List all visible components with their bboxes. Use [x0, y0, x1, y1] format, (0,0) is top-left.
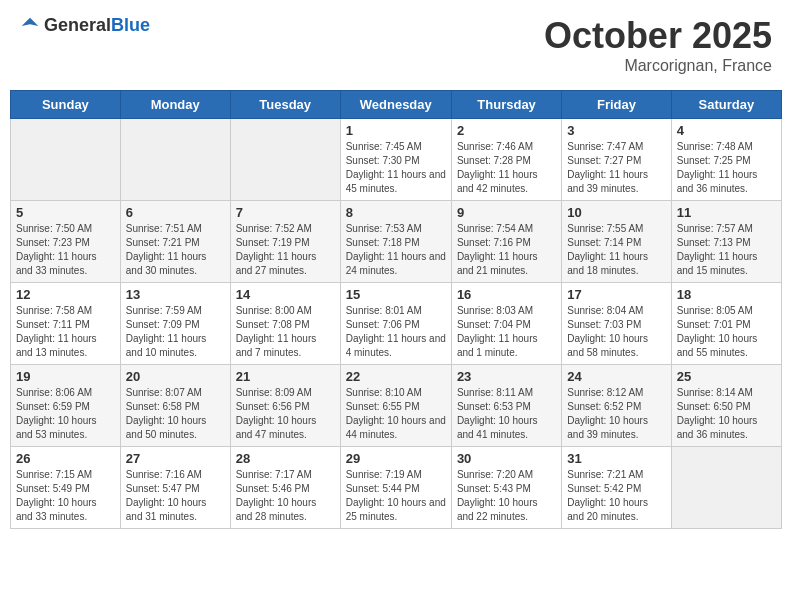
day-number: 4 [677, 123, 776, 138]
calendar-cell: 13Sunrise: 7:59 AM Sunset: 7:09 PM Dayli… [120, 283, 230, 365]
day-number: 18 [677, 287, 776, 302]
logo-blue-text: Blue [111, 15, 150, 35]
day-number: 12 [16, 287, 115, 302]
day-number: 31 [567, 451, 665, 466]
calendar-cell [11, 119, 121, 201]
calendar-cell: 7Sunrise: 7:52 AM Sunset: 7:19 PM Daylig… [230, 201, 340, 283]
calendar-cell: 31Sunrise: 7:21 AM Sunset: 5:42 PM Dayli… [562, 447, 671, 529]
day-info: Sunrise: 7:17 AM Sunset: 5:46 PM Dayligh… [236, 468, 335, 524]
calendar-cell: 14Sunrise: 8:00 AM Sunset: 7:08 PM Dayli… [230, 283, 340, 365]
header: GeneralBlue October 2025 Marcorignan, Fr… [10, 10, 782, 80]
day-info: Sunrise: 8:05 AM Sunset: 7:01 PM Dayligh… [677, 304, 776, 360]
day-info: Sunrise: 8:03 AM Sunset: 7:04 PM Dayligh… [457, 304, 556, 360]
day-number: 24 [567, 369, 665, 384]
day-info: Sunrise: 7:48 AM Sunset: 7:25 PM Dayligh… [677, 140, 776, 196]
location-title: Marcorignan, France [544, 57, 772, 75]
day-number: 2 [457, 123, 556, 138]
logo-general-text: General [44, 15, 111, 35]
day-info: Sunrise: 7:55 AM Sunset: 7:14 PM Dayligh… [567, 222, 665, 278]
calendar-cell: 18Sunrise: 8:05 AM Sunset: 7:01 PM Dayli… [671, 283, 781, 365]
day-number: 10 [567, 205, 665, 220]
day-number: 28 [236, 451, 335, 466]
logo: GeneralBlue [20, 15, 150, 36]
calendar-cell: 30Sunrise: 7:20 AM Sunset: 5:43 PM Dayli… [451, 447, 561, 529]
logo-icon [20, 16, 40, 36]
day-info: Sunrise: 7:54 AM Sunset: 7:16 PM Dayligh… [457, 222, 556, 278]
svg-marker-0 [22, 17, 39, 25]
day-number: 1 [346, 123, 446, 138]
day-info: Sunrise: 8:14 AM Sunset: 6:50 PM Dayligh… [677, 386, 776, 442]
day-info: Sunrise: 8:11 AM Sunset: 6:53 PM Dayligh… [457, 386, 556, 442]
day-info: Sunrise: 7:53 AM Sunset: 7:18 PM Dayligh… [346, 222, 446, 278]
day-info: Sunrise: 7:52 AM Sunset: 7:19 PM Dayligh… [236, 222, 335, 278]
day-number: 15 [346, 287, 446, 302]
day-info: Sunrise: 7:19 AM Sunset: 5:44 PM Dayligh… [346, 468, 446, 524]
week-row-1: 5Sunrise: 7:50 AM Sunset: 7:23 PM Daylig… [11, 201, 782, 283]
calendar-cell: 4Sunrise: 7:48 AM Sunset: 7:25 PM Daylig… [671, 119, 781, 201]
day-info: Sunrise: 7:47 AM Sunset: 7:27 PM Dayligh… [567, 140, 665, 196]
calendar-cell: 10Sunrise: 7:55 AM Sunset: 7:14 PM Dayli… [562, 201, 671, 283]
day-number: 5 [16, 205, 115, 220]
weekday-header-monday: Monday [120, 91, 230, 119]
week-row-2: 12Sunrise: 7:58 AM Sunset: 7:11 PM Dayli… [11, 283, 782, 365]
day-number: 20 [126, 369, 225, 384]
day-number: 14 [236, 287, 335, 302]
weekday-header-tuesday: Tuesday [230, 91, 340, 119]
day-info: Sunrise: 7:58 AM Sunset: 7:11 PM Dayligh… [16, 304, 115, 360]
day-number: 19 [16, 369, 115, 384]
day-number: 17 [567, 287, 665, 302]
day-number: 26 [16, 451, 115, 466]
day-info: Sunrise: 7:45 AM Sunset: 7:30 PM Dayligh… [346, 140, 446, 196]
weekday-header-wednesday: Wednesday [340, 91, 451, 119]
calendar-cell [230, 119, 340, 201]
day-info: Sunrise: 7:46 AM Sunset: 7:28 PM Dayligh… [457, 140, 556, 196]
calendar-cell: 24Sunrise: 8:12 AM Sunset: 6:52 PM Dayli… [562, 365, 671, 447]
calendar-cell: 3Sunrise: 7:47 AM Sunset: 7:27 PM Daylig… [562, 119, 671, 201]
calendar-cell: 20Sunrise: 8:07 AM Sunset: 6:58 PM Dayli… [120, 365, 230, 447]
calendar-table: SundayMondayTuesdayWednesdayThursdayFrid… [10, 90, 782, 529]
weekday-header-thursday: Thursday [451, 91, 561, 119]
day-info: Sunrise: 7:15 AM Sunset: 5:49 PM Dayligh… [16, 468, 115, 524]
week-row-0: 1Sunrise: 7:45 AM Sunset: 7:30 PM Daylig… [11, 119, 782, 201]
day-info: Sunrise: 8:04 AM Sunset: 7:03 PM Dayligh… [567, 304, 665, 360]
calendar-cell: 29Sunrise: 7:19 AM Sunset: 5:44 PM Dayli… [340, 447, 451, 529]
day-info: Sunrise: 8:12 AM Sunset: 6:52 PM Dayligh… [567, 386, 665, 442]
calendar-cell: 26Sunrise: 7:15 AM Sunset: 5:49 PM Dayli… [11, 447, 121, 529]
calendar-cell: 5Sunrise: 7:50 AM Sunset: 7:23 PM Daylig… [11, 201, 121, 283]
title-block: October 2025 Marcorignan, France [544, 15, 772, 75]
calendar-cell: 9Sunrise: 7:54 AM Sunset: 7:16 PM Daylig… [451, 201, 561, 283]
day-number: 7 [236, 205, 335, 220]
calendar-cell: 15Sunrise: 8:01 AM Sunset: 7:06 PM Dayli… [340, 283, 451, 365]
day-info: Sunrise: 7:57 AM Sunset: 7:13 PM Dayligh… [677, 222, 776, 278]
calendar-cell: 25Sunrise: 8:14 AM Sunset: 6:50 PM Dayli… [671, 365, 781, 447]
week-row-4: 26Sunrise: 7:15 AM Sunset: 5:49 PM Dayli… [11, 447, 782, 529]
day-number: 22 [346, 369, 446, 384]
calendar-cell: 8Sunrise: 7:53 AM Sunset: 7:18 PM Daylig… [340, 201, 451, 283]
calendar-cell: 28Sunrise: 7:17 AM Sunset: 5:46 PM Dayli… [230, 447, 340, 529]
day-info: Sunrise: 7:21 AM Sunset: 5:42 PM Dayligh… [567, 468, 665, 524]
day-number: 29 [346, 451, 446, 466]
day-number: 13 [126, 287, 225, 302]
weekday-header-row: SundayMondayTuesdayWednesdayThursdayFrid… [11, 91, 782, 119]
weekday-header-saturday: Saturday [671, 91, 781, 119]
calendar-cell: 27Sunrise: 7:16 AM Sunset: 5:47 PM Dayli… [120, 447, 230, 529]
day-number: 6 [126, 205, 225, 220]
day-number: 11 [677, 205, 776, 220]
day-info: Sunrise: 7:50 AM Sunset: 7:23 PM Dayligh… [16, 222, 115, 278]
calendar-cell: 2Sunrise: 7:46 AM Sunset: 7:28 PM Daylig… [451, 119, 561, 201]
day-number: 21 [236, 369, 335, 384]
day-info: Sunrise: 8:01 AM Sunset: 7:06 PM Dayligh… [346, 304, 446, 360]
day-number: 9 [457, 205, 556, 220]
day-info: Sunrise: 8:00 AM Sunset: 7:08 PM Dayligh… [236, 304, 335, 360]
calendar-cell: 11Sunrise: 7:57 AM Sunset: 7:13 PM Dayli… [671, 201, 781, 283]
day-number: 16 [457, 287, 556, 302]
day-number: 23 [457, 369, 556, 384]
day-info: Sunrise: 8:07 AM Sunset: 6:58 PM Dayligh… [126, 386, 225, 442]
calendar-cell: 16Sunrise: 8:03 AM Sunset: 7:04 PM Dayli… [451, 283, 561, 365]
calendar-cell: 1Sunrise: 7:45 AM Sunset: 7:30 PM Daylig… [340, 119, 451, 201]
day-info: Sunrise: 8:09 AM Sunset: 6:56 PM Dayligh… [236, 386, 335, 442]
day-info: Sunrise: 8:10 AM Sunset: 6:55 PM Dayligh… [346, 386, 446, 442]
month-title: October 2025 [544, 15, 772, 57]
calendar-cell: 21Sunrise: 8:09 AM Sunset: 6:56 PM Dayli… [230, 365, 340, 447]
weekday-header-friday: Friday [562, 91, 671, 119]
